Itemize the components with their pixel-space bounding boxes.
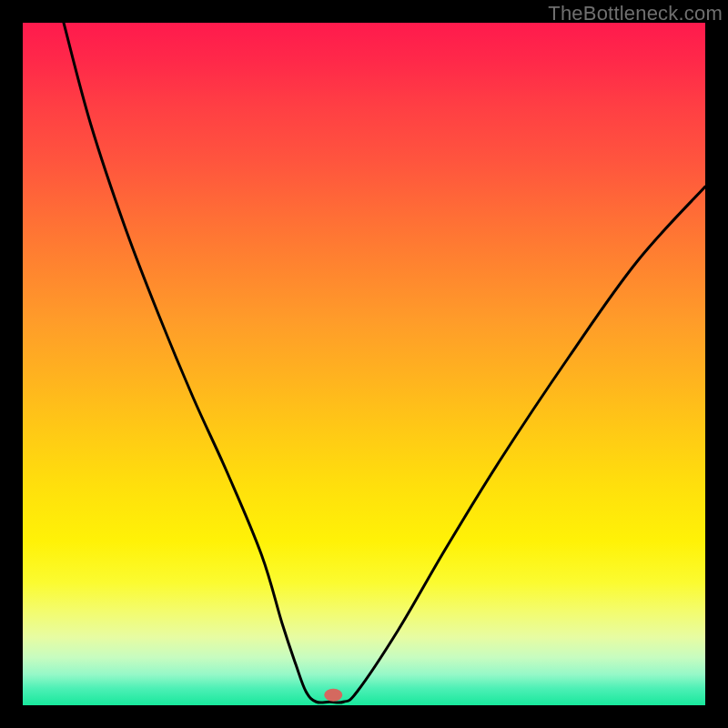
chart-frame: TheBottleneck.com: [0, 0, 728, 728]
curve-layer: [23, 23, 705, 705]
bottleneck-curve: [64, 23, 705, 703]
plot-area: [23, 23, 705, 705]
watermark-text: TheBottleneck.com: [548, 2, 723, 25]
optimal-marker: [324, 689, 342, 702]
